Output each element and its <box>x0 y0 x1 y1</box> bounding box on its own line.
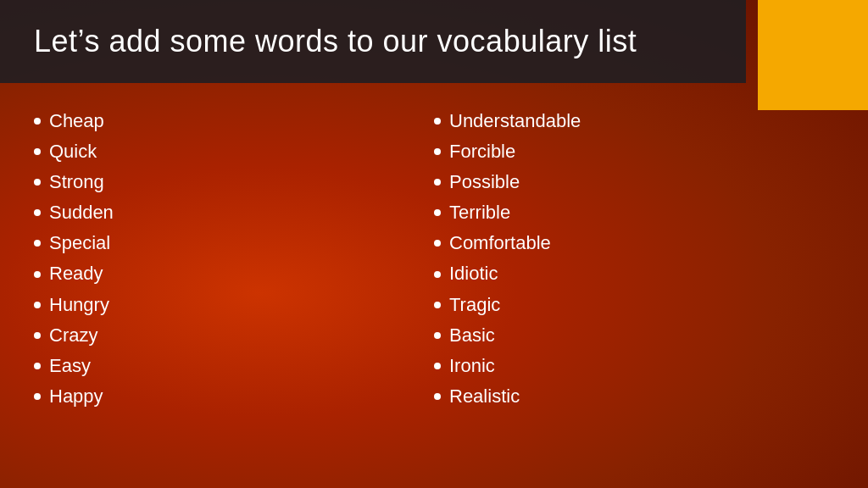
bullet-icon <box>34 302 41 308</box>
word-label: Happy <box>49 382 103 411</box>
bullet-icon <box>34 393 41 400</box>
word-label: Crazy <box>49 321 97 350</box>
word-label: Strong <box>49 168 104 197</box>
list-item: Terrible <box>434 198 834 227</box>
bullet-icon <box>434 363 441 369</box>
word-label: Understandable <box>449 107 581 136</box>
right-word-list: UnderstandableForciblePossibleTerribleCo… <box>434 107 834 413</box>
bullet-icon <box>34 209 41 216</box>
word-label: Ironic <box>449 352 495 380</box>
list-item: Realistic <box>434 382 834 411</box>
bullet-icon <box>434 302 441 308</box>
bullet-icon <box>434 240 441 247</box>
bullet-icon <box>34 179 41 186</box>
list-item: Quick <box>34 137 434 166</box>
list-item: Idiotic <box>434 259 834 288</box>
list-item: Tragic <box>434 291 834 319</box>
word-label: Comfortable <box>449 229 551 258</box>
list-item: Strong <box>34 168 434 197</box>
word-label: Easy <box>49 352 91 380</box>
list-item: Ironic <box>434 352 834 380</box>
word-label: Basic <box>449 321 495 350</box>
bullet-icon <box>434 332 441 339</box>
list-item: Special <box>34 229 434 258</box>
word-label: Cheap <box>49 107 104 136</box>
word-label: Possible <box>449 168 520 197</box>
word-label: Hungry <box>49 291 109 319</box>
accent-rectangle <box>758 0 868 110</box>
list-item: Easy <box>34 352 434 380</box>
list-item: Basic <box>434 321 834 350</box>
list-item: Ready <box>34 259 434 288</box>
bullet-icon <box>34 240 41 247</box>
bullet-icon <box>34 148 41 155</box>
bullet-icon <box>34 332 41 339</box>
word-label: Ready <box>49 259 103 288</box>
list-item: Cheap <box>34 107 434 136</box>
word-label: Idiotic <box>449 259 498 288</box>
word-label: Tragic <box>449 291 500 319</box>
word-label: Realistic <box>449 382 520 411</box>
word-label: Forcible <box>449 137 515 166</box>
content-area: CheapQuickStrongSuddenSpecialReadyHungry… <box>0 107 868 413</box>
left-word-list: CheapQuickStrongSuddenSpecialReadyHungry… <box>34 107 434 413</box>
bullet-icon <box>434 148 441 155</box>
bullet-icon <box>34 363 41 369</box>
list-item: Comfortable <box>434 229 834 258</box>
word-label: Special <box>49 229 110 258</box>
slide-title: Let’s add some words to our vocabulary l… <box>34 24 712 59</box>
title-bar: Let’s add some words to our vocabulary l… <box>0 0 746 83</box>
bullet-icon <box>434 393 441 400</box>
list-item: Sudden <box>34 198 434 227</box>
bullet-icon <box>434 271 441 278</box>
bullet-icon <box>34 271 41 278</box>
list-item: Forcible <box>434 137 834 166</box>
bullet-icon <box>434 179 441 186</box>
list-item: Hungry <box>34 291 434 319</box>
bullet-icon <box>34 118 41 125</box>
list-item: Possible <box>434 168 834 197</box>
bullet-icon <box>434 209 441 216</box>
list-item: Understandable <box>434 107 834 136</box>
word-label: Sudden <box>49 198 114 227</box>
word-label: Quick <box>49 137 97 166</box>
list-item: Crazy <box>34 321 434 350</box>
bullet-icon <box>434 118 441 125</box>
word-label: Terrible <box>449 198 510 227</box>
list-item: Happy <box>34 382 434 411</box>
